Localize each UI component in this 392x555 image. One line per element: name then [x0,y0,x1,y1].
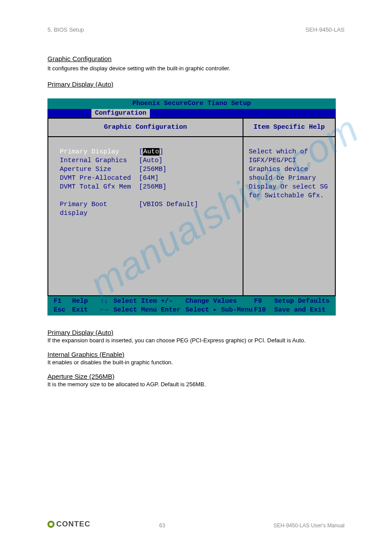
action-change-values: Change Values [185,297,254,306]
desc-internal-graphics-text: It enables or disables the built-in grap… [47,359,345,366]
bios-help-panel: Item Specific Help Select which of IGFX/… [243,119,335,295]
bios-footer: F1 Help ↑↓ Select Item +/- Change Values… [47,296,336,316]
action-help: Help [72,297,100,306]
bios-screenshot: Phoenix SecureCore Tiano Setup Configura… [47,98,336,316]
bios-label: Primary Display [60,148,139,156]
bios-value: [64M] [139,174,159,183]
key-f9: F9 [254,297,274,306]
subsection-primary-display-title: Primary Display (Auto) [47,80,345,88]
action-select-submenu: Select ▸ Sub-Menu [185,306,254,315]
bios-label: Aperture Size [60,165,139,174]
key-f1: F1 [54,297,72,306]
action-setup-defaults: Setup Defaults [274,297,330,306]
desc-primary-display-title: Primary Display (Auto) [47,329,345,336]
key-f10: F10 [254,306,274,315]
action-select-item: Select Item [113,297,161,306]
bios-row-primary-display[interactable]: Primary Display [[Auto]Auto] [60,148,235,156]
chapter-label: 5. BIOS Setup [47,26,84,33]
key-enter: Enter [161,306,185,315]
desc-aperture-size-text: It is the memory size to be allocated to… [47,381,345,388]
bios-row-dvmt-total[interactable]: DVMT Total Gfx Mem [256MB] [60,183,235,192]
section-graphic-config-title: Graphic Configuration [47,55,345,62]
bios-value: [VBIOS Default] [139,200,198,218]
bios-row-primary-boot-display[interactable]: Primary Boot display [VBIOS Default] [60,200,235,218]
bios-help-text: Select which of IGFX/PEG/PCI Graphics de… [243,137,335,295]
key-plusminus: +/- [161,297,185,306]
action-save-exit: Save and Exit [274,306,326,315]
action-select-menu: Select Menu [113,306,161,315]
page-footer: CONTEC 63 SEH-9450-LAS User's Manual [47,520,345,529]
bios-label: Primary Boot display [60,200,139,218]
product-label: SEH-9450-LAS [305,26,345,33]
bios-value: [[Auto]Auto] [139,148,163,156]
bios-left-header: Graphic Configuration [48,119,243,137]
bios-row-dvmt-prealloc[interactable]: DVMT Pre-Allocated [64M] [60,174,235,183]
key-esc: Esc [54,306,72,315]
desc-internal-graphics-title: Internal Graphics (Enable) [47,351,345,358]
bios-value: [256MB] [139,165,167,174]
bios-value: [Auto] [139,156,163,165]
page-number: 63 [51,522,274,529]
desc-primary-display-text: If the expansion board is inserted, you … [47,337,345,344]
bios-label: DVMT Pre-Allocated [60,174,139,183]
bios-right-header: Item Specific Help [243,119,335,137]
desc-aperture-size-title: Aperture Size (256MB) [47,373,345,380]
arrows-updown-icon: ↑↓ [100,297,113,306]
doc-title: SEH-9450-LAS User's Manual [273,522,345,529]
bios-value: [256MB] [139,183,167,192]
bios-row-internal-graphics[interactable]: Internal Graphics [Auto] [60,156,235,165]
arrows-leftright-icon: ←→ [100,306,113,315]
bios-tabbar: Configuration [47,109,336,118]
bios-row-aperture-size[interactable]: Aperture Size [256MB] [60,165,235,174]
action-exit: Exit [72,306,100,315]
bios-left-panel: Graphic Configuration Primary Display [[… [48,119,243,295]
bios-label: Internal Graphics [60,156,139,165]
bios-title: Phoenix SecureCore Tiano Setup [47,98,336,109]
page-header: 5. BIOS Setup SEH-9450-LAS [47,26,345,33]
bios-label: DVMT Total Gfx Mem [60,183,139,192]
bios-tab-configuration[interactable]: Configuration [91,109,150,118]
section-graphic-config-desc: It configures the display device setting… [47,65,345,72]
